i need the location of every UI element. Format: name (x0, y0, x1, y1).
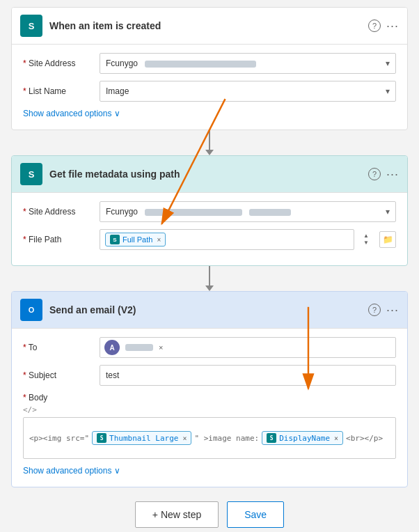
full-path-token-icon: S (110, 235, 120, 244)
file-path-row: File Path S Full Path × ▲ ▼ 📁 (23, 229, 396, 250)
connector-2 (205, 266, 214, 291)
trigger-card: S When an item is created ? ··· Site Add… (11, 7, 408, 130)
display-name-token-close[interactable]: × (334, 435, 338, 442)
recipient-name (125, 344, 153, 351)
outlook-icon: O (20, 299, 42, 321)
sharepoint-icon: S (20, 15, 42, 37)
subject-value: test (106, 370, 119, 380)
subject-input[interactable]: test (100, 365, 396, 386)
get-file-body: Site Address Fcunygo ▾ File Path (12, 193, 407, 265)
connector-arrow-2 (205, 285, 214, 291)
get-file-help-icon[interactable]: ? (368, 168, 381, 180)
to-row: To A × (23, 337, 396, 358)
thumbnail-large-token-icon: S (97, 433, 106, 443)
connector-1 (205, 130, 214, 155)
to-label: To (23, 343, 93, 352)
list-name-row: List Name Image ▾ (23, 81, 396, 102)
stepper-up-btn[interactable]: ▲ (363, 233, 370, 240)
file-path-stepper: ▲ ▼ (363, 233, 370, 247)
connector-arrow-1 (205, 150, 214, 155)
list-name-label: List Name (23, 86, 93, 96)
get-file-more-icon[interactable]: ··· (386, 167, 399, 182)
trigger-header: S When an item is created ? ··· (12, 8, 407, 45)
trigger-actions: ? ··· (368, 19, 399, 33)
get-file-title: Get file metadata using path (49, 169, 361, 180)
connector-line-1 (209, 130, 210, 150)
get-file-site-input[interactable]: Fcunygo ▾ (100, 201, 396, 222)
body-middle: " >image name: (194, 434, 259, 443)
site-address-dropdown-icon: ▾ (386, 58, 390, 68)
stepper-down-btn[interactable]: ▼ (363, 240, 370, 247)
send-email-actions: ? ··· (368, 303, 399, 318)
file-path-label: File Path (23, 235, 93, 244)
full-path-token-close[interactable]: × (157, 236, 161, 244)
trigger-body: Site Address Fcunygo ▾ List Name Image ▾ (12, 45, 407, 130)
send-email-header: O Send an email (V2) ? ··· (12, 292, 407, 329)
get-file-actions: ? ··· (368, 167, 399, 182)
thumbnail-large-label: Thumbnail Large (109, 434, 178, 443)
get-file-sharepoint-icon: S (20, 163, 42, 185)
body-field: Body </> <p><img src=" S Thumbnail Large… (23, 393, 396, 459)
body-prefix: <p><img src=" (29, 434, 89, 443)
send-email-title: Send an email (V2) (49, 304, 361, 315)
full-path-token-label: Full Path (122, 235, 152, 244)
site-address-input[interactable]: Fcunygo ▾ (100, 53, 396, 74)
get-file-site-row: Site Address Fcunygo ▾ (23, 201, 396, 222)
send-email-more-icon[interactable]: ··· (386, 303, 399, 318)
trigger-show-advanced[interactable]: Show advanced options ∨ (23, 109, 396, 118)
list-name-value: Image (106, 86, 129, 96)
recipient-avatar: A (104, 340, 120, 355)
send-email-card: O Send an email (V2) ? ··· To A (11, 291, 408, 487)
get-file-site-value: Fcunygo (106, 207, 291, 217)
send-email-help-icon[interactable]: ? (368, 304, 381, 316)
body-suffix: <br></p> (346, 434, 383, 443)
subject-row: Subject test (23, 365, 396, 386)
site-address-label: Site Address (23, 58, 93, 68)
list-name-dropdown-icon: ▾ (386, 86, 390, 96)
body-input[interactable]: <p><img src=" S Thumbnail Large × " >ima… (23, 417, 396, 459)
new-step-button[interactable]: + New step (135, 501, 219, 528)
folder-icon: 📁 (383, 235, 393, 244)
bottom-actions: + New step Save (135, 501, 284, 528)
display-name-label: DisplayName (279, 434, 330, 443)
get-file-site-dropdown-icon: ▾ (386, 207, 390, 217)
get-file-header: S Get file metadata using path ? ··· (12, 156, 407, 193)
send-email-body: To A × Subject test Body (12, 329, 407, 487)
get-file-metadata-card: S Get file metadata using path ? ··· Sit… (11, 155, 408, 266)
thumbnail-large-token: S Thumbnail Large × (92, 431, 191, 445)
trigger-help-icon[interactable]: ? (368, 19, 381, 32)
display-name-token: S DisplayName × (262, 431, 343, 445)
trigger-title: When an item is created (49, 20, 361, 31)
subject-label: Subject (23, 370, 93, 380)
body-code-indicator: </> (23, 405, 396, 414)
recipient-close[interactable]: × (159, 343, 163, 352)
thumbnail-large-token-close[interactable]: × (182, 435, 187, 442)
full-path-token: S Full Path × (105, 233, 166, 247)
display-name-token-icon: S (267, 433, 276, 443)
email-show-advanced[interactable]: Show advanced options ∨ (23, 466, 396, 476)
get-file-site-label: Site Address (23, 207, 93, 217)
list-name-input[interactable]: Image ▾ (100, 81, 396, 102)
connector-line-2 (209, 266, 210, 285)
site-address-row: Site Address Fcunygo ▾ (23, 53, 396, 74)
file-picker-btn[interactable]: 📁 (379, 231, 396, 248)
save-button[interactable]: Save (227, 501, 284, 528)
to-input[interactable]: A × (100, 337, 396, 358)
body-label: Body (23, 393, 396, 402)
trigger-more-icon[interactable]: ··· (386, 19, 399, 33)
file-path-input[interactable]: S Full Path × (100, 229, 354, 250)
site-address-value: Fcunygo (106, 58, 256, 68)
